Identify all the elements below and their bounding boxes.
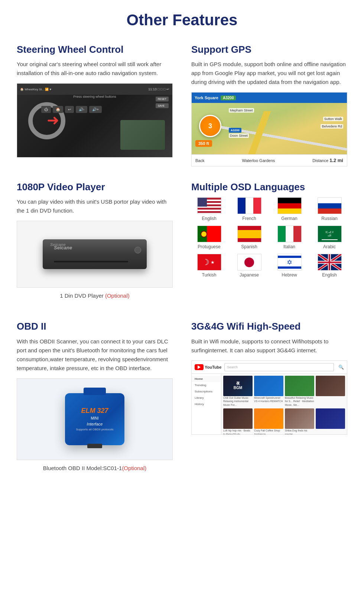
yt-video-6[interactable]: Cozy Fall Coffee Shop Ambience xyxy=(254,408,283,434)
yt-video-2[interactable]: Minecraft Speedrunner VS 4 Hunters REMAT… xyxy=(254,376,283,407)
lang-arabic: لا إله إلاالله Arabic xyxy=(312,226,347,249)
lang-portuguese: Protuguese xyxy=(191,226,227,249)
flag-tr: ☽ ★ xyxy=(197,254,221,271)
gps-image: York Square A3200 3 350 ft A3200 Mepham … xyxy=(191,92,347,166)
lang-italian: Italian xyxy=(272,226,307,249)
steering-wheel-cell: Steering Wheel Control Your original car… xyxy=(7,36,182,174)
dvd-caption: 1 Din DVD Player (Optional) xyxy=(17,291,173,300)
obd-image: ELM 327 MINI Interface Supports all OBDI… xyxy=(17,378,173,460)
yt-sidebar-trending[interactable]: Trending xyxy=(192,382,221,388)
flag-jp xyxy=(237,254,261,271)
flag-fr xyxy=(237,197,261,214)
yt-header: YouTube Search 🔍 xyxy=(192,361,347,374)
flag-uk xyxy=(318,254,342,271)
youtube-logo: YouTube xyxy=(195,364,221,370)
sw-buttons: RESET SAVE xyxy=(156,97,169,108)
osd-title: Multiple OSD Languages xyxy=(191,181,347,193)
youtube-logo-icon xyxy=(195,364,204,370)
wifi-title: 3G&4G Wifi High-Speed xyxy=(191,321,347,332)
sw-topbar: 🏠 WheelKey St... 📶 ♥ 11:13 □ □ □ ↩ xyxy=(17,84,172,95)
osd-cell: Multiple OSD Languages English French xyxy=(182,174,357,313)
flag-de xyxy=(277,197,302,214)
steering-description: Your original car's steering wheel contr… xyxy=(17,60,173,78)
flag-il: ✡ xyxy=(277,254,302,271)
lang-turkish: ☽ ★ Turkish xyxy=(191,254,227,278)
lang-french: French xyxy=(231,197,267,221)
yt-video-5[interactable]: Lofi hip hop mix · Beats to Relax/Study xyxy=(223,408,253,434)
obd-title: OBD II xyxy=(17,321,173,332)
features-grid: Steering Wheel Control Your original car… xyxy=(0,36,364,486)
dvd-image: Seicane Seicane xyxy=(17,221,173,288)
lang-spanish: Spanish xyxy=(231,226,267,249)
yt-video-grid: 夜BGM Chill Out Guitar Music · Relaxing I… xyxy=(223,376,345,407)
video-title: 1080P Video Player xyxy=(17,181,173,193)
gps-description: Built in GPS module, support both online… xyxy=(191,60,347,87)
wifi-cell: 3G&4G Wifi High-Speed Built in Wifi modu… xyxy=(182,313,357,485)
lang-hebrew: ✡ Hebrew xyxy=(272,254,307,278)
sw-arrow-icon: ➜ xyxy=(47,111,59,129)
lang-japanese: Japanese xyxy=(231,254,267,278)
wifi-image: YouTube Search 🔍 Home Trending Subscript… xyxy=(191,360,347,435)
yt-sidebar-library[interactable]: Library xyxy=(192,395,221,401)
flag-ru xyxy=(318,197,342,214)
lang-german: German xyxy=(272,197,307,221)
flag-sa: لا إله إلاالله xyxy=(318,226,342,242)
flag-pt xyxy=(197,226,221,242)
steering-title: Steering Wheel Control xyxy=(17,44,173,55)
yt-sidebar-subscriptions[interactable]: Subscriptions xyxy=(192,388,221,395)
language-grid: English French German xyxy=(191,197,347,278)
yt-sidebar-home[interactable]: Home xyxy=(192,376,221,382)
obd-cell: OBD II With this OBDII Scanner, you can … xyxy=(7,313,182,485)
yt-sidebar-history[interactable]: History xyxy=(192,401,221,407)
flag-es xyxy=(237,226,261,242)
gps-header: York Square A3200 xyxy=(192,93,347,103)
search-icon: 🔍 xyxy=(338,365,344,370)
video-cell: 1080P Video Player You can play video wi… xyxy=(7,174,182,313)
gps-distance-label: 350 ft xyxy=(195,140,212,147)
yt-video-7[interactable]: Shiba Dog finds his master xyxy=(285,408,314,434)
flag-us xyxy=(197,197,221,214)
yt-video-1[interactable]: 夜BGM Chill Out Guitar Music · Relaxing I… xyxy=(223,376,253,407)
gps-footer: Back Waterloo Gardens Distance 1.2 mi xyxy=(192,154,347,166)
gps-cell: Support GPS Built in GPS module, support… xyxy=(182,36,357,174)
gps-title: Support GPS xyxy=(191,44,347,55)
flag-it xyxy=(277,226,302,242)
obd-caption: Bluetooth OBD II Model:SC01-1(Optional) xyxy=(17,464,173,473)
yt-main: 夜BGM Chill Out Guitar Music · Relaxing I… xyxy=(221,374,347,434)
yt-video-8[interactable] xyxy=(316,408,345,434)
page-title: Other Features xyxy=(0,0,364,36)
lang-russian: Russian xyxy=(312,197,347,221)
yt-video-3[interactable]: Beautiful Relaxing Music for S... Relief… xyxy=(285,376,314,407)
video-description: You can play video with this unit's USB … xyxy=(17,197,173,215)
obd-device: ELM 327 MINI Interface Supports all OBDI… xyxy=(65,393,124,445)
dvd-unit: Seicane Seicane xyxy=(43,239,147,269)
yt-sidebar: Home Trending Subscriptions Library Hist… xyxy=(192,374,221,434)
lang-english-uk: English xyxy=(312,254,347,278)
steering-wheel-image: 🏠 WheelKey St... 📶 ♥ 11:13 □ □ □ ↩ Press… xyxy=(17,83,173,158)
youtube-search: Search xyxy=(224,363,334,371)
gps-turn-icon: 3 xyxy=(199,115,221,137)
yt-content: Home Trending Subscriptions Library Hist… xyxy=(192,374,347,434)
yt-video-row-2: Lofi hip hop mix · Beats to Relax/Study … xyxy=(223,408,345,434)
yt-video-4[interactable] xyxy=(316,376,345,407)
obd-description: With this OBDII Scanner, you can connect… xyxy=(17,337,173,373)
wifi-description: Built in Wifi module, supports to connec… xyxy=(191,337,347,355)
lang-english: English xyxy=(191,197,227,221)
